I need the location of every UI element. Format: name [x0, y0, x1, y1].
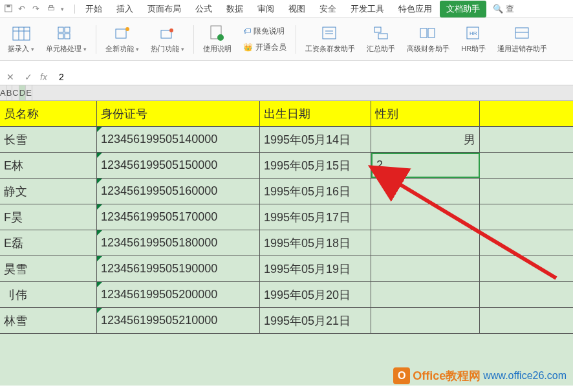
header-id[interactable]: 身份证号: [97, 101, 260, 126]
cell[interactable]: [480, 179, 573, 204]
cell[interactable]: 123456199505200000: [97, 282, 260, 307]
cell[interactable]: 123456199505160000: [97, 179, 260, 204]
cell[interactable]: [371, 179, 480, 204]
cell[interactable]: [480, 308, 573, 333]
cell[interactable]: F昊: [0, 204, 97, 230]
column-headers: A B C D E: [0, 85, 573, 101]
cell[interactable]: 123456199505150000: [97, 153, 260, 178]
cell[interactable]: [371, 282, 480, 307]
formula-cancel-button[interactable]: ✕: [4, 72, 17, 82]
cell[interactable]: 1995年05月17日: [260, 204, 371, 230]
table-row: E磊1234561995051800001995年05月18日: [0, 230, 573, 256]
cell[interactable]: 静文: [0, 179, 97, 204]
cell[interactable]: 1995年05月20日: [260, 282, 371, 307]
tab-review[interactable]: 审阅: [251, 1, 281, 17]
ribbon-vip[interactable]: 👑 开通会员: [239, 41, 290, 54]
tab-devtools[interactable]: 开发工具: [344, 1, 391, 17]
ribbon-free-info[interactable]: 🏷 限免说明: [239, 25, 290, 38]
formula-input[interactable]: [52, 72, 569, 82]
cell[interactable]: 长雪: [0, 127, 97, 152]
watermark-url: www.office26.com: [483, 370, 567, 382]
tab-security[interactable]: 安全: [313, 1, 343, 17]
table-row: 静文1234561995051600001995年05月16日: [0, 179, 573, 204]
svg-rect-23: [420, 28, 427, 38]
cell[interactable]: [371, 204, 480, 230]
col-header-e[interactable]: E: [26, 85, 32, 100]
cell[interactable]: 123456199505140000: [97, 127, 260, 152]
cell[interactable]: 2: [371, 153, 480, 178]
print-icon[interactable]: [47, 4, 57, 14]
tab-pagelayout[interactable]: 页面布局: [141, 1, 188, 17]
table-row: F昊1234561995051700001995年05月17日: [0, 204, 573, 230]
formula-confirm-button[interactable]: ✓: [22, 72, 35, 82]
search-label: 查: [506, 3, 514, 15]
cell[interactable]: [480, 256, 573, 281]
col-header-a[interactable]: A: [0, 85, 6, 100]
cell[interactable]: 刂伟: [0, 282, 97, 307]
col-header-b[interactable]: B: [6, 85, 13, 100]
cell[interactable]: [480, 127, 573, 152]
ribbon-new-features[interactable]: 全新功能 ▾: [102, 23, 143, 55]
cell[interactable]: 1995年05月15日: [260, 153, 371, 178]
cell[interactable]: E磊: [0, 230, 97, 256]
ribbon-data-entry[interactable]: 据录入 ▾: [4, 23, 38, 55]
tab-special[interactable]: 特色应用: [392, 1, 438, 17]
cell[interactable]: 123456199505210000: [97, 308, 260, 333]
search-area[interactable]: 🔍 查: [493, 3, 514, 15]
cell[interactable]: 1995年05月16日: [260, 179, 371, 204]
svg-rect-9: [65, 27, 70, 32]
tab-data[interactable]: 数据: [220, 1, 250, 17]
save-icon[interactable]: [4, 4, 14, 14]
tab-insert[interactable]: 插入: [110, 1, 140, 17]
spreadsheet[interactable]: A B C D E 员名称 身份证号 出生日期 性别 长雪12345619950…: [0, 85, 573, 386]
cell[interactable]: 1995年05月19日: [260, 256, 371, 281]
col-header-d[interactable]: D: [19, 85, 26, 100]
cell[interactable]: 1995年05月18日: [260, 230, 371, 256]
table-header-row: 员名称 身份证号 出生日期 性别: [0, 101, 573, 127]
cell[interactable]: [371, 256, 480, 281]
cell[interactable]: [480, 153, 573, 178]
cell[interactable]: [480, 204, 573, 230]
cell[interactable]: [371, 230, 480, 256]
table-icon: [12, 25, 31, 43]
cell[interactable]: 123456199505170000: [97, 204, 260, 230]
cell[interactable]: E林: [0, 153, 97, 178]
undo-icon[interactable]: ↶: [18, 4, 28, 14]
cell[interactable]: 123456199505180000: [97, 230, 260, 256]
header-name[interactable]: 员名称: [0, 101, 97, 126]
svg-rect-4: [13, 27, 30, 40]
ribbon-hr[interactable]: HR HR助手: [457, 23, 490, 55]
ribbon-hot-features[interactable]: 热门功能 ▾: [147, 23, 188, 55]
ribbon-usage[interactable]: 使用说明: [199, 23, 235, 55]
grid-icon: [57, 25, 76, 43]
fx-icon[interactable]: fx: [40, 72, 47, 82]
cell[interactable]: 123456199505190000: [97, 256, 260, 281]
header-empty[interactable]: [480, 101, 573, 126]
cell[interactable]: 1995年05月14日: [260, 127, 371, 152]
col-header-c[interactable]: C: [12, 85, 19, 100]
ribbon-inventory[interactable]: 通用进销存助手: [493, 23, 551, 55]
cell[interactable]: 林雪: [0, 308, 97, 333]
tab-start[interactable]: 开始: [79, 1, 109, 17]
ribbon-cell-handle[interactable]: 单元格处理 ▾: [42, 23, 91, 55]
watermark-brand: Office教程网: [413, 368, 481, 384]
redo-icon[interactable]: ↷: [32, 4, 43, 14]
cell[interactable]: [371, 308, 480, 333]
tab-view[interactable]: 视图: [282, 1, 312, 17]
cell[interactable]: 1995年05月21日: [260, 308, 371, 333]
header-gender[interactable]: 性别: [371, 101, 480, 126]
ribbon-summary[interactable]: 汇总助手: [363, 23, 399, 55]
header-birth[interactable]: 出生日期: [260, 101, 371, 126]
grid[interactable]: 员名称 身份证号 出生日期 性别 长雪123456199505140000199…: [0, 101, 573, 334]
ribbon-finance[interactable]: 高级财务助手: [403, 23, 453, 55]
tab-dochelper[interactable]: 文档助手: [440, 1, 486, 17]
cell[interactable]: 男: [371, 127, 480, 152]
ribbon-tabs: ↶ ↷ ▾ 开始 插入 页面布局 公式 数据 审阅 视图 安全 开发工具 特色应…: [0, 0, 573, 18]
cell[interactable]: 昊雪: [0, 256, 97, 281]
crown-icon: 👑: [243, 43, 253, 52]
fire-icon: [158, 25, 177, 43]
tab-formula[interactable]: 公式: [189, 1, 219, 17]
cell[interactable]: [480, 230, 573, 256]
cell[interactable]: [480, 282, 573, 307]
ribbon-payslip[interactable]: 工资条群发助手: [301, 23, 359, 55]
